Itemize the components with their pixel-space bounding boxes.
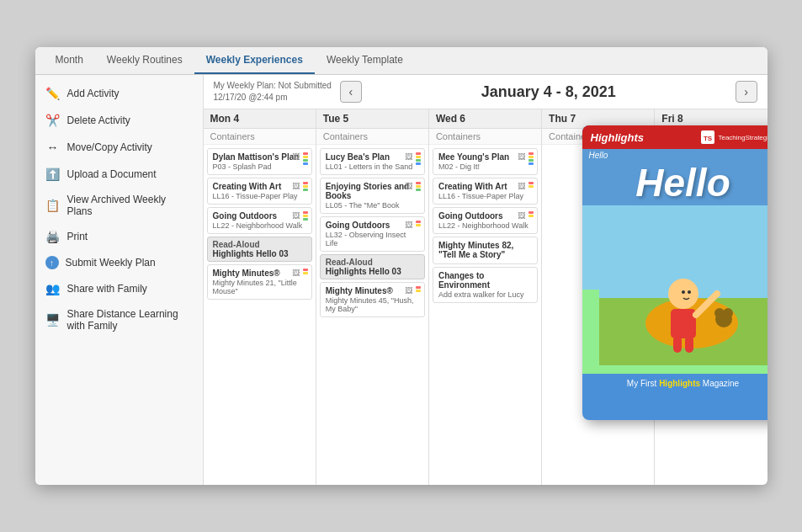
sidebar-item-print-label: Print	[67, 231, 88, 242]
sidebar-item-submit-label: Submit Weekly Plan	[66, 257, 156, 269]
sidebar-item-add-activity-label: Add Activity	[67, 88, 120, 99]
activity-card-changes[interactable]: Changes to Environment Add extra walker …	[433, 267, 538, 303]
activity-card[interactable]: Going Outdoors LL32 - Observing Insect L…	[320, 216, 425, 252]
card-image-icon: 🖼	[405, 221, 412, 229]
card-image-icon: 🖼	[292, 152, 300, 161]
sidebar-item-share-distance[interactable]: 🖥️ Share Distance Learning with Family	[35, 302, 203, 338]
svg-rect-9	[685, 336, 693, 353]
prev-arrow[interactable]: ‹	[340, 81, 362, 103]
activity-card[interactable]: Going Outdoors LL22 - Neighborhood Walk …	[433, 207, 538, 234]
sidebar-item-share-family[interactable]: 👥 Share with Family	[35, 275, 203, 302]
activity-card-read-aloud[interactable]: Read-Aloud Highlights Hello 03	[207, 237, 312, 262]
tab-weekly-experiences[interactable]: Weekly Experiences	[194, 47, 315, 74]
day-section-wed: Containers	[429, 129, 541, 145]
share-distance-icon: 🖥️	[45, 312, 61, 327]
sidebar-item-delete-activity-label: Delete Activity	[67, 114, 130, 126]
sidebar-item-move-copy[interactable]: ↔️ Move/Copy Activity	[35, 134, 203, 161]
plan-header: My Weekly Plan: Not Submitted 12/17/20 @…	[204, 75, 767, 109]
svg-point-12	[723, 308, 733, 318]
sidebar-item-move-copy-label: Move/Copy Activity	[67, 141, 152, 153]
delete-activity-icon: ✂️	[45, 113, 61, 128]
sidebar-item-submit[interactable]: ↑ Submit Weekly Plan	[35, 250, 203, 275]
day-header-mon: Mon 4	[204, 109, 316, 129]
svg-point-13	[682, 290, 685, 294]
day-section-mon: Containers	[204, 129, 316, 145]
magazine-footer: My First Highlights Magazine	[582, 374, 767, 393]
svg-point-14	[688, 290, 691, 294]
activity-card[interactable]: Going Outdoors LL22 - Neighborhood Walk …	[207, 207, 312, 234]
tab-weekly-routines[interactable]: Weekly Routines	[95, 47, 194, 74]
activity-card[interactable]: Creating With Art LL16 - Tissue-Paper Pl…	[433, 178, 538, 205]
activity-card[interactable]: Mee Young's Plan M02 - Dig It! 🖼	[433, 148, 538, 175]
top-nav: Month Weekly Routines Weekly Experiences…	[35, 47, 767, 75]
ts-logo-icon: TS	[701, 130, 714, 144]
magazine-image: Highlights TS TeachingStrategies Hello H…	[582, 125, 767, 420]
card-image-icon: 🖼	[405, 182, 412, 190]
svg-text:TS: TS	[704, 135, 713, 142]
main-layout: ✏️ Add Activity ✂️ Delete Activity ↔️ Mo…	[35, 75, 767, 485]
sidebar-item-upload-label: Upload a Document	[67, 168, 157, 180]
ts-label: TeachingStrategies	[718, 134, 767, 141]
highlights-logo: Highlights	[591, 131, 645, 144]
day-section-tue: Containers	[316, 129, 428, 145]
move-copy-icon: ↔️	[45, 140, 61, 155]
card-image-icon: 🖼	[518, 211, 525, 220]
activity-card[interactable]: Enjoying Stories and Books LL05 - The "M…	[320, 178, 425, 214]
magazine-hello: Hello	[589, 160, 767, 205]
activity-card[interactable]: Lucy Bea's Plan LL01 - Letters in the Sa…	[320, 148, 425, 175]
card-image-icon: 🖼	[292, 269, 300, 277]
day-column-mon: Mon 4 Containers Dylan Mattison's Plan P…	[204, 109, 316, 485]
next-arrow[interactable]: ›	[736, 81, 757, 103]
activity-card[interactable]: Dylan Mattison's Plan P03 - Splash Pad 🖼	[207, 148, 312, 175]
activity-card-read-aloud[interactable]: Read-Aloud Highlights Hello 03	[320, 254, 425, 279]
magazine-scene-svg	[599, 214, 767, 365]
sidebar-item-share-distance-label: Share Distance Learning with Family	[67, 308, 193, 332]
day-content-mon: Dylan Mattison's Plan P03 - Splash Pad 🖼	[204, 145, 316, 485]
tab-month[interactable]: Month	[44, 47, 95, 74]
add-activity-icon: ✏️	[45, 86, 61, 101]
activity-card[interactable]: Creating With Art LL16 - Tissue-Paper Pl…	[207, 178, 312, 205]
tab-weekly-template[interactable]: Weekly Template	[315, 47, 415, 74]
sidebar-item-delete-activity[interactable]: ✂️ Delete Activity	[35, 107, 203, 134]
day-column-wed: Wed 6 Containers Mee Young's Plan M02 - …	[429, 109, 542, 485]
day-header-wed: Wed 6	[429, 109, 541, 129]
magazine-scene	[582, 205, 767, 374]
card-image-icon: 🖼	[292, 211, 300, 220]
day-column-tue: Tue 5 Containers Lucy Bea's Plan LL01 - …	[316, 109, 429, 485]
sidebar-item-add-activity[interactable]: ✏️ Add Activity	[35, 80, 203, 107]
content-area: My Weekly Plan: Not Submitted 12/17/20 @…	[204, 75, 767, 485]
sidebar-item-archived-label: View Archived Weekly Plans	[67, 194, 193, 217]
date-range: January 4 - 8, 2021	[370, 83, 727, 101]
upload-icon: ⬆️	[45, 167, 61, 182]
sidebar-item-print[interactable]: 🖨️ Print	[35, 223, 203, 250]
sidebar: ✏️ Add Activity ✂️ Delete Activity ↔️ Mo…	[35, 75, 204, 485]
print-icon: 🖨️	[45, 229, 61, 244]
card-image-icon: 🖼	[518, 152, 525, 161]
sidebar-item-archived[interactable]: 📋 View Archived Weekly Plans	[35, 188, 203, 223]
day-content-wed: Mee Young's Plan M02 - Dig It! 🖼	[429, 145, 541, 485]
submit-icon: ↑	[45, 256, 59, 269]
magazine-header: Highlights TS TeachingStrategies	[582, 125, 767, 149]
app-container: Month Weekly Routines Weekly Experiences…	[35, 47, 767, 485]
activity-card-mighty2[interactable]: Mighty Minutes 82, "Tell Me a Story"	[433, 237, 538, 264]
sidebar-item-upload[interactable]: ⬆️ Upload a Document	[35, 161, 203, 188]
plan-status: My Weekly Plan: Not Submitted 12/17/20 @…	[214, 80, 332, 104]
svg-rect-8	[673, 336, 682, 353]
activity-card-mighty[interactable]: Mighty Minutes® Mighty Minutes 45, "Hush…	[320, 282, 425, 317]
day-content-tue: Lucy Bea's Plan LL01 - Letters in the Sa…	[316, 145, 428, 485]
share-family-icon: 👥	[45, 281, 61, 296]
card-image-icon: 🖼	[405, 286, 412, 295]
sidebar-item-share-family-label: Share with Family	[67, 283, 147, 295]
card-image-icon: 🖼	[518, 182, 525, 190]
card-image-icon: 🖼	[405, 152, 412, 161]
day-header-tue: Tue 5	[316, 109, 428, 129]
activity-card-mighty[interactable]: Mighty Minutes® Mighty Minutes 21, "Litt…	[207, 264, 312, 300]
archived-icon: 📋	[45, 198, 61, 213]
svg-rect-6	[671, 309, 696, 338]
magazine-overlay: Highlights TS TeachingStrategies Hello H…	[582, 125, 767, 420]
card-image-icon: 🖼	[292, 182, 300, 190]
